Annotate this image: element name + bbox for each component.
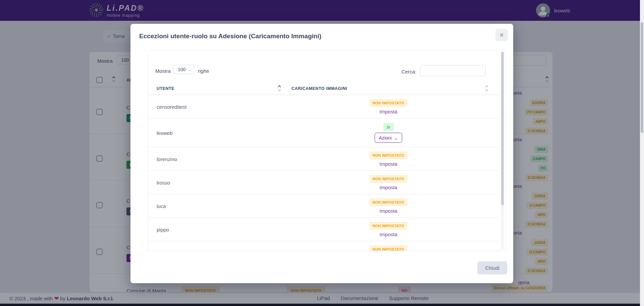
modal-table-rows: censoreditest NON IMPOSTATO Imposta leow… <box>148 95 499 251</box>
status-cell: NON IMPOSTATO Imposta <box>346 198 430 214</box>
page-size-value: 100 <box>178 67 185 72</box>
imposta-link[interactable]: Imposta <box>379 161 397 167</box>
username-cell: luca <box>157 203 166 209</box>
status-badge: NON IMPOSTATO <box>369 222 408 230</box>
username-cell: lorenzino <box>157 156 177 162</box>
window-scrollbar[interactable] <box>640 0 644 306</box>
status-badge: NON IMPOSTATO <box>369 175 408 183</box>
user-row: test NON IMPOSTATO Imposta <box>148 241 499 251</box>
username-cell: lrosso <box>157 180 170 185</box>
status-badge: NON IMPOSTATO <box>369 151 408 159</box>
righe-label: righe <box>198 68 209 74</box>
user-row: pippo NON IMPOSTATO Imposta <box>148 218 499 241</box>
username-cell: test <box>157 250 165 251</box>
user-row: lorenzino NON IMPOSTATO Imposta <box>148 147 499 171</box>
status-cell: NON IMPOSTATO Imposta <box>346 151 430 167</box>
imposta-link[interactable]: Imposta <box>379 208 397 214</box>
sort-icon[interactable] <box>277 84 281 92</box>
imposta-link[interactable]: Imposta <box>379 185 397 190</box>
scrollbar-thumb[interactable] <box>641 22 643 133</box>
chevron-down-icon: ⌄ <box>394 135 398 140</box>
sort-icon[interactable] <box>485 84 489 92</box>
imposta-link[interactable]: Imposta <box>379 232 397 237</box>
modal-scrollbar[interactable] <box>501 52 504 250</box>
user-row: luca NON IMPOSTATO Imposta <box>148 194 499 218</box>
status-cell: SI Azioni⌄ <box>346 123 430 143</box>
username-cell: leoweb <box>157 130 173 136</box>
username-cell: pippo <box>157 226 169 232</box>
status-cell: NON IMPOSTATO Imposta <box>346 245 430 251</box>
status-cell: NON IMPOSTATO Imposta <box>346 222 430 237</box>
status-badge: SI <box>383 123 394 131</box>
search-input[interactable] <box>420 65 486 76</box>
modal-table-container: Mostra 100 ⌄ righe Cerca: Utente Caricam… <box>148 50 506 251</box>
column-header-caricamento[interactable]: Caricamento Immagini <box>291 86 347 91</box>
status-badge: NON IMPOSTATO <box>369 99 408 107</box>
user-row: leoweb SI Azioni⌄ <box>148 118 499 147</box>
username-cell: censoreditest <box>157 104 186 109</box>
page-size-select[interactable]: 100 ⌄ <box>173 65 194 74</box>
close-icon[interactable]: × <box>495 29 508 41</box>
scrollbar-thumb[interactable] <box>501 52 504 205</box>
cerca-label: Cerca: <box>401 69 416 74</box>
chiudi-button[interactable]: Chiudi <box>477 261 507 274</box>
status-cell: NON IMPOSTATO Imposta <box>346 175 430 190</box>
chevron-down-icon: ⌄ <box>188 67 191 72</box>
status-badge: NON IMPOSTATO <box>369 198 408 206</box>
user-row: lrosso NON IMPOSTATO Imposta <box>148 171 499 194</box>
status-cell: NON IMPOSTATO Imposta <box>346 99 430 114</box>
modal-table-header: Utente Caricamento Immagini <box>148 82 499 95</box>
azioni-dropdown-button[interactable]: Azioni⌄ <box>375 133 402 143</box>
modal-title: Eccezioni utente-ruolo su Adesione (Cari… <box>139 33 321 40</box>
column-header-utente[interactable]: Utente <box>157 86 174 91</box>
user-row: censoreditest NON IMPOSTATO Imposta <box>148 95 499 118</box>
imposta-link[interactable]: Imposta <box>379 109 397 114</box>
exceptions-modal: Eccezioni utente-ruolo su Adesione (Cari… <box>130 24 513 283</box>
status-badge: NON IMPOSTATO <box>369 245 408 251</box>
mostra-label: Mostra <box>155 68 171 74</box>
